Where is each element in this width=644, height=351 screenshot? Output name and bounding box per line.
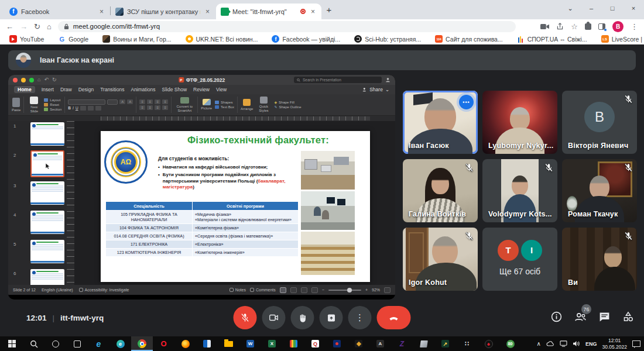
meeting-details-button[interactable] xyxy=(550,311,563,323)
shared-screen-tile[interactable]: ⌂ ↶ ↻ P ФТФ_28.05.2022 Search in Present… xyxy=(8,75,395,300)
more-options-button[interactable]: ⋮ xyxy=(348,306,372,329)
profile-avatar[interactable]: B xyxy=(612,21,624,32)
tile-more-options-icon[interactable]: ••• xyxy=(459,95,474,109)
chat-button[interactable] xyxy=(598,311,611,323)
bullet-2: Бути учасником програми подвійних диплом… xyxy=(163,172,300,191)
presenting-banner: Іван Гасюк на екрані xyxy=(8,50,636,70)
action-center-icon[interactable] xyxy=(632,340,640,347)
taskbar-app-blue[interactable] xyxy=(196,336,218,351)
bookmark-youtube[interactable]: YouTube xyxy=(9,35,44,43)
participant-tile-roman[interactable]: Роман Ткачук xyxy=(562,159,637,222)
taskbar-app-misc[interactable]: ∷ xyxy=(456,336,478,351)
tab-search-chevron-icon[interactable]: ⌄ xyxy=(560,0,581,16)
taskbar-app-z[interactable]: Z xyxy=(391,336,413,351)
livescore-icon: LS xyxy=(601,35,609,43)
language-indicator[interactable]: ENG xyxy=(585,341,597,347)
participant-tile-lyubomyr[interactable]: Lyubomyr Nykyr... xyxy=(482,91,557,154)
home-icon[interactable]: ⌂ xyxy=(47,23,52,30)
maple-app-icon xyxy=(355,340,362,347)
taskbar-app-chrome-active[interactable] xyxy=(131,336,153,351)
mic-off-icon xyxy=(464,163,474,173)
taskbar-app-ie[interactable]: e xyxy=(88,336,109,351)
book-app-icon xyxy=(420,340,428,347)
share-person-icon xyxy=(362,87,367,92)
end-call-button[interactable] xyxy=(377,306,411,329)
window-controls: ⌄ – □ × xyxy=(560,0,644,16)
tab-meet-active[interactable]: Meet: "itt-fmwt-yrq" × xyxy=(216,4,321,19)
taskbar-app-word[interactable]: W xyxy=(239,336,261,351)
close-button[interactable]: × xyxy=(623,0,644,16)
taskbar-clock[interactable]: 12:0130.05.2022 xyxy=(602,338,627,349)
bookmark-facebook[interactable]: fFacebook — увійді... xyxy=(272,35,340,43)
camera-button[interactable] xyxy=(262,306,286,329)
tab-close-icon[interactable]: × xyxy=(98,8,105,16)
participant-tile-igor[interactable]: Igor Kohut xyxy=(403,228,478,291)
camera-in-use-icon[interactable] xyxy=(540,23,549,30)
share-icon[interactable] xyxy=(556,23,564,30)
tab-news[interactable]: ЗСУ пішли у контратаку під Хе × xyxy=(111,4,216,19)
tab-close-icon[interactable]: × xyxy=(204,8,211,16)
bookmark-ukrnet[interactable]: UKR.NET: Всі новин... xyxy=(186,35,258,43)
participant-name: Іван Гасюк xyxy=(409,142,449,150)
ppt-tab-slideshow: Slide Show xyxy=(162,87,187,92)
network-icon[interactable] xyxy=(560,340,567,347)
new-tab-button[interactable]: + xyxy=(321,2,337,17)
bookmark-sportua[interactable]: СПОРТ.UA ⇔ Свіжі... xyxy=(517,35,587,43)
ie-icon: e xyxy=(97,339,101,349)
forward-icon[interactable]: → xyxy=(20,23,28,30)
participant-tile-halyna[interactable]: Галина Войтків xyxy=(403,159,478,222)
participants-button[interactable]: 76 xyxy=(574,311,587,323)
maximize-button[interactable]: □ xyxy=(602,0,623,16)
ppt-ribbon: Paste New Slide Layout Reset Section AA … xyxy=(8,94,395,116)
taskbar-app-graph[interactable] xyxy=(326,336,348,351)
back-icon[interactable]: ← xyxy=(6,23,13,30)
bookmark-google[interactable]: GGoogle xyxy=(58,35,88,43)
taskbar-app-arrow[interactable]: ↗ xyxy=(434,336,456,351)
task-view-button[interactable] xyxy=(66,336,88,351)
tray-expand-icon[interactable]: ∧ xyxy=(537,341,541,347)
participant-tile-viktoria[interactable]: B Вікторія Яневич xyxy=(562,91,637,154)
taskbar-app-firefox[interactable] xyxy=(174,336,196,351)
table-header: Спеціальність xyxy=(106,202,193,211)
bookmark-voiny[interactable]: Воины и Маги, Гор... xyxy=(102,35,171,43)
globe-80-icon: 80 xyxy=(506,340,515,348)
taskbar-app-a[interactable]: A xyxy=(369,336,391,351)
file-explorer-button[interactable] xyxy=(218,336,239,351)
tab-facebook[interactable]: f Facebook × xyxy=(5,4,110,19)
bookmark-livescore[interactable]: LSLiveScore | Live Foo... xyxy=(601,35,644,43)
minimize-button[interactable]: – xyxy=(581,0,602,16)
search-icon xyxy=(30,340,38,348)
side-panel-icon[interactable] xyxy=(598,23,605,30)
start-button[interactable] xyxy=(1,336,23,351)
activities-button[interactable] xyxy=(622,311,635,323)
bookmark-sayt[interactable]: 104Сайт для спожива... xyxy=(435,35,503,43)
taskbar-app-q[interactable]: Q xyxy=(304,336,326,351)
taskbar-app-opera[interactable]: O xyxy=(153,336,174,351)
reload-icon[interactable]: ↻ xyxy=(34,23,40,30)
search-button[interactable] xyxy=(23,336,44,351)
tab-close-icon[interactable]: × xyxy=(309,8,317,16)
taskbar-app-colored[interactable] xyxy=(283,336,304,351)
taskbar-app-pokerstars[interactable]: ♠ xyxy=(478,336,499,351)
extensions-icon[interactable] xyxy=(585,23,591,30)
taskbar-app-edge[interactable]: e xyxy=(109,336,131,351)
mic-mute-button[interactable] xyxy=(234,306,257,329)
raise-hand-button[interactable] xyxy=(291,306,314,329)
present-button[interactable] xyxy=(320,306,343,329)
url-field[interactable]: meet.google.com/itt-fmwt-yrq xyxy=(58,21,516,32)
bookmark-scihub[interactable]: Sci-Hub: устраняя... xyxy=(354,35,421,43)
onedrive-icon[interactable] xyxy=(546,341,554,347)
taskbar-app-maple[interactable] xyxy=(348,336,369,351)
bookmark-label: Facebook — увійді... xyxy=(282,36,340,43)
participant-tile-overflow[interactable]: T I Ще 67 осіб xyxy=(482,228,557,291)
participant-tile-volodymyr[interactable]: Volodymyr Kots... xyxy=(482,159,557,222)
taskbar-app-globe80[interactable]: 80 xyxy=(499,336,521,351)
browser-menu-icon[interactable]: ⋮ xyxy=(631,22,638,31)
volume-icon[interactable] xyxy=(573,340,580,347)
taskbar-app-excel[interactable]: X xyxy=(261,336,283,351)
bookmark-star-icon[interactable]: ☆ xyxy=(571,22,578,31)
participant-tile-you[interactable]: Ви xyxy=(562,228,637,291)
participant-tile-ivan[interactable]: ••• Іван Гасюк xyxy=(403,91,478,154)
taskbar-app-book[interactable] xyxy=(413,336,434,351)
cortana-button[interactable] xyxy=(44,336,66,351)
